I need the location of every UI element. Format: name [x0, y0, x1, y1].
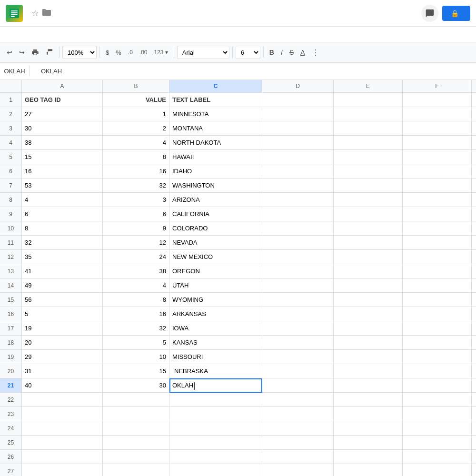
cell-C22[interactable]: [169, 393, 262, 407]
cell-D1[interactable]: [262, 93, 334, 107]
menu-tools[interactable]: [86, 32, 95, 36]
cell-A4[interactable]: 38: [22, 136, 103, 150]
cell-F25[interactable]: [403, 436, 472, 450]
formula-input[interactable]: [39, 66, 476, 77]
star-icon[interactable]: ☆: [31, 8, 39, 19]
cell-A6[interactable]: 16: [22, 164, 103, 178]
cell-A15[interactable]: 56: [22, 293, 103, 307]
cell-F19[interactable]: [403, 350, 472, 364]
cell-C4[interactable]: NORTH DAKOTA: [169, 136, 262, 150]
share-button[interactable]: 🔒: [442, 6, 470, 21]
cell-E1[interactable]: [334, 93, 403, 107]
strikethrough-button[interactable]: S: [287, 47, 297, 58]
cell-A5[interactable]: 15: [22, 150, 103, 164]
zoom-select[interactable]: 100%: [62, 46, 97, 59]
cell-E15[interactable]: [334, 293, 403, 307]
menu-view[interactable]: [48, 32, 57, 36]
cell-C16[interactable]: ARKANSAS: [169, 307, 262, 321]
cell-F26[interactable]: [403, 450, 472, 464]
redo-button[interactable]: ↪: [16, 47, 28, 58]
cell-F20[interactable]: [403, 364, 472, 378]
col-header-a[interactable]: A: [22, 80, 103, 92]
menu-file[interactable]: [29, 32, 38, 36]
cell-B6[interactable]: 16: [103, 164, 169, 178]
cell-E24[interactable]: [334, 421, 403, 436]
cell-D12[interactable]: [262, 250, 334, 264]
cell-A10[interactable]: 8: [22, 221, 103, 236]
menu-edit[interactable]: [38, 32, 48, 36]
cell-A9[interactable]: 6: [22, 207, 103, 221]
cell-B2[interactable]: 1: [103, 107, 169, 121]
bold-button[interactable]: B: [267, 47, 277, 58]
cell-A24[interactable]: [22, 421, 103, 436]
cell-E18[interactable]: [334, 336, 403, 350]
cell-B4[interactable]: 4: [103, 136, 169, 150]
cell-E14[interactable]: [334, 278, 403, 293]
cell-F11[interactable]: [403, 236, 472, 250]
cell-F17[interactable]: [403, 321, 472, 336]
cell-A19[interactable]: 29: [22, 350, 103, 364]
more-formats-button[interactable]: 123 ▾: [151, 47, 171, 58]
cell-C19[interactable]: MISSOURI: [169, 350, 262, 364]
cell-B24[interactable]: [103, 421, 169, 436]
cell-F3[interactable]: [403, 121, 472, 136]
cell-B17[interactable]: 32: [103, 321, 169, 336]
cell-C23[interactable]: [169, 407, 262, 421]
cell-B1[interactable]: VALUE: [103, 93, 169, 107]
cell-D16[interactable]: [262, 307, 334, 321]
menu-insert[interactable]: [57, 32, 67, 36]
cell-E19[interactable]: [334, 350, 403, 364]
cell-F16[interactable]: [403, 307, 472, 321]
cell-F24[interactable]: [403, 421, 472, 436]
cell-C6[interactable]: IDAHO: [169, 164, 262, 178]
col-header-e[interactable]: E: [334, 80, 403, 92]
cell-D5[interactable]: [262, 150, 334, 164]
cell-F2[interactable]: [403, 107, 472, 121]
cell-A22[interactable]: [22, 393, 103, 407]
percent-button[interactable]: %: [113, 47, 124, 58]
cell-D27[interactable]: [262, 464, 334, 476]
cell-E5[interactable]: [334, 150, 403, 164]
cell-B22[interactable]: [103, 393, 169, 407]
cell-B16[interactable]: 16: [103, 307, 169, 321]
cell-A13[interactable]: 41: [22, 264, 103, 278]
cell-A12[interactable]: 35: [22, 250, 103, 264]
cell-D20[interactable]: [262, 364, 334, 378]
cell-C17[interactable]: IOWA: [169, 321, 262, 336]
cell-F1[interactable]: [403, 93, 472, 107]
cell-C3[interactable]: MONTANA: [169, 121, 262, 136]
cell-B25[interactable]: [103, 436, 169, 450]
cell-B8[interactable]: 3: [103, 193, 169, 207]
cell-D14[interactable]: [262, 278, 334, 293]
cell-B5[interactable]: 8: [103, 150, 169, 164]
cell-E12[interactable]: [334, 250, 403, 264]
cell-F21[interactable]: [403, 378, 472, 393]
cell-F22[interactable]: [403, 393, 472, 407]
cell-A2[interactable]: 27: [22, 107, 103, 121]
menu-last[interactable]: [114, 32, 124, 36]
cell-D6[interactable]: [262, 164, 334, 178]
cell-E9[interactable]: [334, 207, 403, 221]
cell-D9[interactable]: [262, 207, 334, 221]
cell-D11[interactable]: [262, 236, 334, 250]
col-header-b[interactable]: B: [103, 80, 169, 92]
cell-C26[interactable]: [169, 450, 262, 464]
undo-button[interactable]: ↩: [4, 47, 15, 58]
cell-A18[interactable]: 20: [22, 336, 103, 350]
cell-B27[interactable]: [103, 464, 169, 476]
cell-E3[interactable]: [334, 121, 403, 136]
cell-D8[interactable]: [262, 193, 334, 207]
cell-D23[interactable]: [262, 407, 334, 421]
cell-F15[interactable]: [403, 293, 472, 307]
cell-F4[interactable]: [403, 136, 472, 150]
cell-C5[interactable]: HAWAII: [169, 150, 262, 164]
cell-A11[interactable]: 32: [22, 236, 103, 250]
font-size-select[interactable]: 6: [236, 46, 260, 59]
cell-E17[interactable]: [334, 321, 403, 336]
italic-button[interactable]: I: [278, 47, 286, 58]
cell-B9[interactable]: 6: [103, 207, 169, 221]
cell-F18[interactable]: [403, 336, 472, 350]
cell-C8[interactable]: ARIZONA: [169, 193, 262, 207]
cell-E25[interactable]: [334, 436, 403, 450]
cell-A1[interactable]: GEO TAG ID: [22, 93, 103, 107]
